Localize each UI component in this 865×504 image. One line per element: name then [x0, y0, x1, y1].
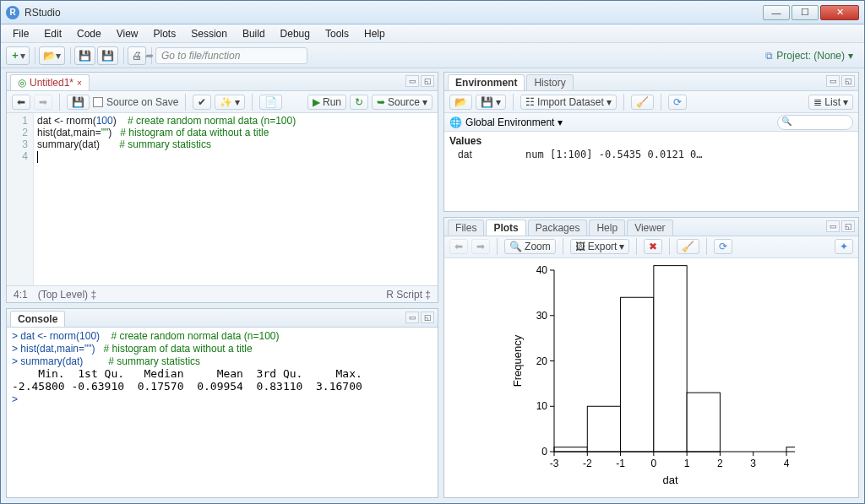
- svg-text:20: 20: [536, 355, 548, 366]
- pane-minimize-icon[interactable]: ▭: [405, 75, 419, 87]
- publish-icon: ✦: [840, 241, 848, 252]
- broom-icon: 🧹: [636, 96, 649, 108]
- save-all-button[interactable]: 💾: [97, 46, 118, 65]
- environment-pane: Environment History ▭ ◱ 📂 💾▾ ☷Import Dat…: [443, 72, 859, 212]
- source-menu-button[interactable]: ➥Source ▾: [372, 95, 432, 110]
- clear-workspace-button[interactable]: 🧹: [631, 95, 654, 110]
- env-toolbar: 📂 💾▾ ☷Import Dataset ▾ 🧹 ⟳ ≣List ▾: [444, 91, 858, 113]
- zoom-label: Zoom: [525, 241, 551, 252]
- tab-plots[interactable]: Plots: [486, 219, 525, 236]
- menu-build[interactable]: Build: [236, 26, 272, 41]
- console-tabs: Console ▭ ◱: [7, 309, 438, 328]
- close-tab-icon[interactable]: ×: [77, 79, 82, 88]
- pane-minimize-icon[interactable]: ▭: [826, 75, 840, 87]
- import-dataset-button[interactable]: ☷Import Dataset ▾: [520, 95, 617, 110]
- tab-environment[interactable]: Environment: [448, 74, 525, 90]
- run-button[interactable]: ▶Run: [307, 95, 346, 110]
- menu-code[interactable]: Code: [70, 26, 108, 41]
- pane-maximize-icon[interactable]: ◱: [421, 312, 434, 323]
- zoom-button[interactable]: 🔍Zoom: [504, 239, 556, 254]
- menu-file[interactable]: File: [6, 26, 35, 41]
- pane-minimize-icon[interactable]: ▭: [405, 312, 419, 323]
- open-file-button[interactable]: 📂▾: [39, 46, 65, 65]
- source-tab-label: Untitled1*: [30, 77, 73, 89]
- abc-check-icon: ✔: [198, 96, 206, 108]
- menu-tools[interactable]: Tools: [318, 26, 356, 41]
- env-search-input[interactable]: [777, 115, 853, 130]
- svg-text:40: 40: [536, 264, 548, 276]
- back-button[interactable]: ⬅: [12, 95, 30, 110]
- env-scope-selector[interactable]: Global Environment ▾: [465, 117, 563, 128]
- menu-view[interactable]: View: [110, 26, 145, 41]
- file-type-label: R Script: [386, 289, 422, 301]
- compile-report-button[interactable]: 📄: [259, 95, 282, 110]
- export-button[interactable]: 🖼Export ▾: [570, 239, 630, 254]
- load-workspace-button[interactable]: 📂: [449, 95, 472, 110]
- refresh-plot-button[interactable]: ⟳: [714, 239, 732, 254]
- spellcheck-button[interactable]: ✔: [193, 95, 211, 110]
- svg-text:-1: -1: [616, 458, 625, 469]
- zoom-icon: 🔍: [509, 241, 522, 252]
- source-on-save-label: Source on Save: [106, 96, 178, 108]
- refresh-icon: ⟳: [673, 96, 682, 108]
- publish-button[interactable]: ✦: [835, 239, 853, 254]
- plot-next-button[interactable]: ➡: [471, 239, 490, 254]
- tab-history[interactable]: History: [526, 74, 573, 90]
- close-button[interactable]: ✕: [820, 5, 859, 20]
- menu-plots[interactable]: Plots: [147, 26, 183, 41]
- broom-icon: 🧹: [682, 241, 694, 252]
- pane-minimize-icon[interactable]: ▭: [826, 220, 840, 232]
- tab-packages[interactable]: Packages: [528, 219, 588, 236]
- console-body[interactable]: > dat <- rnorm(100) # create random norm…: [7, 328, 438, 497]
- svg-text:1: 1: [684, 458, 690, 469]
- save-button[interactable]: 💾: [74, 46, 95, 65]
- maximize-button[interactable]: ☐: [792, 5, 819, 20]
- find-replace-button[interactable]: ✨▾: [215, 95, 245, 110]
- pane-maximize-icon[interactable]: ◱: [841, 220, 855, 232]
- tab-viewer[interactable]: Viewer: [627, 219, 672, 236]
- export-label: Export: [588, 241, 617, 252]
- refresh-icon: ⟳: [719, 241, 727, 252]
- source-on-save-checkbox[interactable]: [93, 97, 103, 107]
- plots-toolbar: ⬅ ➡ 🔍Zoom 🖼Export ▾ ✖ 🧹 ⟳ ✦: [444, 236, 858, 258]
- file-type-selector[interactable]: R Script ‡: [386, 289, 431, 301]
- project-menu[interactable]: ⧉ Project: (None) ▾: [759, 47, 859, 64]
- source-tab[interactable]: ◎ Untitled1* ×: [10, 74, 90, 90]
- floppy-icon: 💾: [79, 50, 91, 62]
- env-row[interactable]: dat num [1:100] -0.5435 0.0121 0…: [449, 149, 853, 160]
- code-area[interactable]: dat <- rnorm(100) # create random normal…: [34, 113, 438, 285]
- arrow-right-icon: ➡: [39, 96, 47, 108]
- menu-session[interactable]: Session: [184, 26, 234, 41]
- env-var-value: num [1:100] -0.5435 0.0121 0…: [525, 149, 853, 160]
- menu-help[interactable]: Help: [357, 26, 392, 41]
- rerun-button[interactable]: ↻: [350, 95, 368, 110]
- source-statusbar: 4:1 (Top Level) ‡ R Script ‡: [7, 285, 438, 302]
- floppy-stack-icon: 💾: [101, 50, 114, 62]
- tab-files[interactable]: Files: [448, 219, 484, 236]
- refresh-env-button[interactable]: ⟳: [668, 95, 687, 110]
- run-icon: ▶: [313, 96, 320, 108]
- new-file-button[interactable]: ＋▾: [6, 46, 30, 65]
- app-icon: R: [6, 6, 19, 19]
- save-source-button[interactable]: 💾: [67, 95, 90, 110]
- save-workspace-button[interactable]: 💾▾: [476, 95, 506, 110]
- env-body: Values dat num [1:100] -0.5435 0.0121 0…: [444, 132, 858, 211]
- svg-rect-5: [786, 447, 795, 452]
- remove-plot-button[interactable]: ✖: [644, 239, 662, 254]
- svg-rect-3: [654, 266, 687, 452]
- minimize-button[interactable]: —: [763, 5, 790, 20]
- scope-selector[interactable]: (Top Level) ‡: [38, 289, 96, 301]
- pane-maximize-icon[interactable]: ◱: [841, 75, 855, 87]
- forward-button[interactable]: ➡: [34, 95, 52, 110]
- tab-help[interactable]: Help: [589, 219, 625, 236]
- editor[interactable]: 1234 dat <- rnorm(100) # create random n…: [7, 113, 438, 285]
- pane-maximize-icon[interactable]: ◱: [421, 75, 434, 87]
- env-scope-label: Global Environment: [465, 117, 554, 128]
- plot-prev-button[interactable]: ⬅: [449, 239, 468, 254]
- menu-debug[interactable]: Debug: [274, 26, 317, 41]
- menu-edit[interactable]: Edit: [37, 26, 68, 41]
- clear-plots-button[interactable]: 🧹: [677, 239, 699, 254]
- goto-file-function[interactable]: Go to file/function: [155, 47, 307, 64]
- env-view-mode[interactable]: ≣List ▾: [808, 95, 853, 110]
- console-tab[interactable]: Console: [10, 311, 65, 327]
